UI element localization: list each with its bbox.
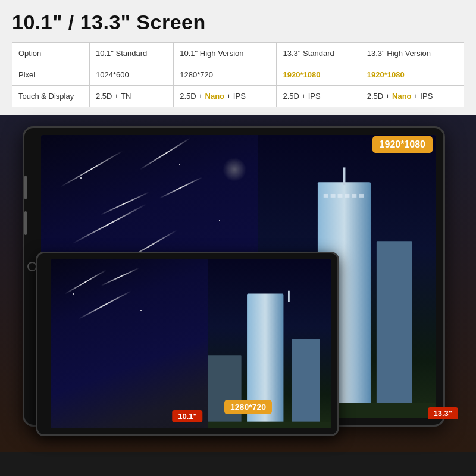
star-2 [128, 206, 129, 206]
main-container: 10.1" / 13.3" Screen Option 10.1" Standa… [0, 0, 476, 476]
comparison-table: Option 10.1" Standard 10.1" High Version… [12, 42, 464, 107]
touch-label: Touch & Display [12, 86, 90, 107]
header-133-std: 13.3" Standard [277, 43, 361, 64]
header-101-std: 10.1" Standard [90, 43, 174, 64]
tablet-small-screen [51, 259, 331, 428]
bottom-section: 1920*1080 [0, 115, 476, 452]
pixel-101-high: 1280*720 [174, 64, 277, 86]
svg-rect-3 [331, 194, 336, 198]
size-badge-101: 10.1" [172, 410, 202, 422]
small-star-1 [73, 293, 74, 295]
touch-101-high: 2.5D + Nano + IPS [174, 86, 277, 107]
header-101-high: 10.1" High Version [174, 43, 277, 64]
star-4 [219, 220, 220, 221]
svg-rect-4 [338, 194, 343, 198]
top-section: 10.1" / 13.3" Screen Option 10.1" Standa… [0, 0, 476, 115]
svg-rect-2 [324, 194, 328, 198]
table-header-row: Option 10.1" Standard 10.1" High Version… [12, 43, 464, 64]
touch-133-std: 2.5D + IPS [277, 86, 361, 107]
svg-rect-13 [292, 339, 320, 428]
pixel-101-std: 1024*600 [90, 64, 174, 86]
svg-rect-12 [288, 291, 290, 302]
header-133-high: 13.3" High Version [361, 43, 464, 64]
resolution-badge-large: 1920*1080 [372, 136, 433, 153]
pixel-label: Pixel [12, 64, 90, 86]
size-badge-133: 13.3" [428, 407, 458, 419]
pixel-133-high: 1920*1080 [361, 64, 464, 86]
svg-rect-15 [208, 422, 331, 428]
page-title: 10.1" / 13.3" Screen [12, 11, 464, 34]
moon-glow [223, 158, 246, 181]
resolution-badge-small: 1280*720 [224, 400, 272, 414]
header-option: Option [12, 43, 90, 64]
pixel-133-std: 1920*1080 [277, 64, 361, 86]
svg-rect-6 [352, 194, 357, 198]
svg-rect-14 [208, 355, 242, 428]
touch-101-std: 2.5D + TN [90, 86, 174, 107]
svg-rect-5 [345, 194, 350, 198]
touch-133-high: 2.5D + Nano + IPS [361, 86, 464, 107]
touch-display-row: Touch & Display 2.5D + TN 2.5D + Nano + … [12, 86, 464, 107]
side-button-mid [24, 211, 27, 235]
tablet-small: 1280*720 10.1" [36, 252, 339, 436]
svg-rect-7 [359, 194, 364, 198]
svg-rect-1 [343, 167, 346, 185]
pixel-row: Pixel 1024*600 1280*720 1920*1080 1920*1… [12, 64, 464, 86]
side-button-top [24, 176, 27, 199]
svg-rect-8 [377, 241, 412, 406]
